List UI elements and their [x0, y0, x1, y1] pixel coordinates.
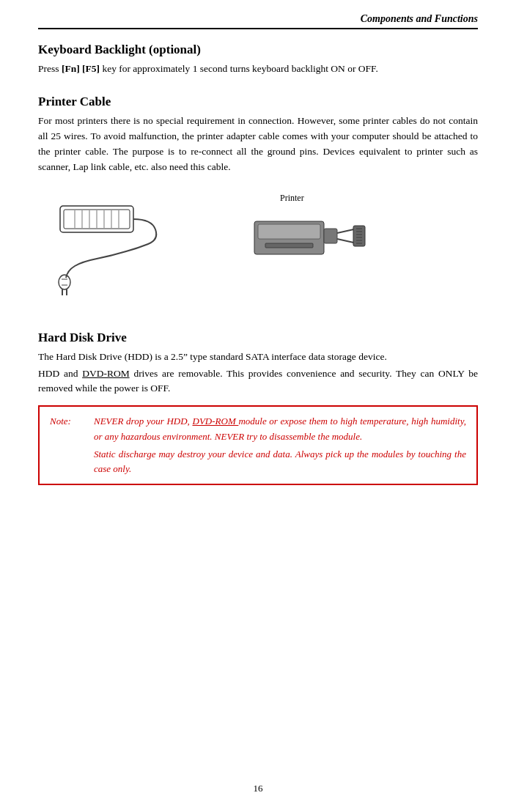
printer-label: Printer [280, 193, 304, 204]
hdd-section-title: Hard Disk Drive [38, 331, 478, 345]
svg-rect-15 [258, 224, 320, 239]
note-line1: NEVER drop your HDD, DVD-ROM module or e… [94, 414, 466, 443]
printer-paragraph: For most printers there is no special re… [38, 114, 478, 175]
note-line2: Static discharge may destroy your device… [94, 447, 466, 476]
fn-key-label: [Fn] [62, 63, 80, 74]
svg-rect-16 [265, 243, 313, 248]
printer-illustration: Printer [236, 185, 478, 265]
keyboard-section-title: Keyboard Backlight (optional) [38, 43, 478, 57]
page: Components and Functions Keyboard Backli… [0, 0, 516, 812]
dvd-rom-highlight-1: DVD-ROM [82, 368, 130, 379]
hdd-paragraph1: The Hard Disk Drive (HDD) is a 2.5” type… [38, 350, 478, 365]
f5-key-label: [F5] [82, 63, 100, 74]
hdd-paragraph2: HDD and DVD-ROM drives are removable. Th… [38, 366, 478, 397]
note-label: Note: [50, 416, 71, 427]
keyboard-section: Keyboard Backlight (optional) Press [Fn]… [38, 43, 478, 77]
page-header: Components and Functions [38, 13, 478, 29]
page-footer: 16 [0, 781, 516, 794]
page-number: 16 [254, 783, 263, 794]
printer-illustrations: Printer [38, 185, 478, 310]
header-title: Components and Functions [361, 13, 478, 25]
svg-rect-17 [324, 229, 337, 243]
note-content: NEVER drop your HDD, DVD-ROM module or e… [94, 414, 466, 476]
printer-svg [251, 207, 368, 265]
printer-section-title: Printer Cable [38, 95, 478, 109]
hdd-section: Hard Disk Drive The Hard Disk Drive (HDD… [38, 331, 478, 485]
note-label-col: Note: [50, 414, 94, 476]
cable-svg [38, 185, 199, 303]
note-line1-start: NEVER drop your HDD, [94, 416, 193, 427]
svg-point-9 [59, 275, 70, 289]
printer-section: Printer Cable For most printers there is… [38, 95, 478, 310]
note-indent-row: Note: NEVER drop your HDD, DVD-ROM modul… [50, 414, 466, 476]
cable-illustration [38, 185, 236, 310]
note-dvd-rom-1: DVD-ROM [193, 416, 239, 427]
note-box: Note: NEVER drop your HDD, DVD-ROM modul… [38, 405, 478, 485]
keyboard-paragraph: Press [Fn] [F5] key for approximately 1 … [38, 62, 478, 77]
